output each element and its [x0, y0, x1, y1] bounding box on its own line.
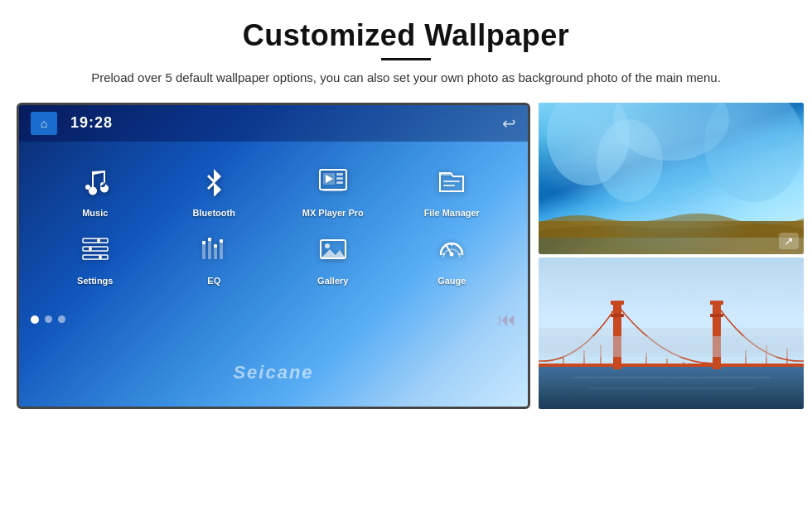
- svg-rect-20: [208, 239, 211, 259]
- ice-cave-preview: ↗: [539, 103, 804, 254]
- home-button[interactable]: ⌂: [31, 112, 57, 135]
- app-item-settings[interactable]: Settings: [36, 226, 155, 294]
- app-label-gauge: Gauge: [437, 276, 466, 286]
- svg-rect-40: [539, 365, 804, 409]
- content-row: ⌂ 19:28 ↩ Music: [8, 103, 804, 409]
- svg-rect-45: [611, 314, 624, 317]
- svg-rect-43: [611, 301, 624, 305]
- svg-point-34: [547, 103, 630, 185]
- svg-rect-10: [83, 247, 108, 251]
- eq-icon: [199, 234, 229, 271]
- dot-1[interactable]: [31, 315, 39, 324]
- svg-rect-46: [710, 314, 723, 317]
- car-screen: ⌂ 19:28 ↩ Music: [17, 103, 530, 409]
- app-label-bluetooth: Bluetooth: [193, 208, 235, 218]
- app-label-settings: Settings: [77, 276, 113, 286]
- svg-rect-5: [336, 181, 343, 184]
- svg-point-36: [704, 103, 804, 202]
- ice-svg: [539, 103, 804, 254]
- svg-rect-8: [443, 185, 455, 186]
- mxplayer-icon: [318, 166, 348, 203]
- svg-point-35: [613, 103, 729, 161]
- svg-rect-4: [336, 177, 343, 180]
- svg-point-27: [325, 243, 330, 248]
- app-item-filemanager[interactable]: File Manager: [393, 158, 512, 226]
- time-display: 19:28: [70, 114, 113, 132]
- app-item-eq[interactable]: EQ: [155, 226, 274, 294]
- dot-3[interactable]: [58, 315, 65, 323]
- app-item-mxplayer[interactable]: MX Player Pro: [273, 158, 393, 226]
- bridge-preview: [539, 258, 804, 409]
- bottom-bar: ⏮: [19, 306, 528, 334]
- svg-rect-44: [710, 301, 723, 305]
- svg-point-37: [597, 119, 663, 202]
- filemanager-icon: [437, 166, 466, 203]
- svg-rect-7: [443, 181, 460, 182]
- app-label-mxplayer: MX Player Pro: [302, 208, 364, 218]
- bridge-svg: [539, 258, 804, 409]
- app-label-gallery: Gallery: [317, 276, 348, 286]
- title-underline: [381, 58, 431, 60]
- app-grid-row1: Music Bluetooth: [19, 142, 528, 302]
- music-icon: [80, 166, 110, 203]
- svg-rect-22: [214, 246, 217, 259]
- page-dots[interactable]: [31, 315, 65, 324]
- svg-rect-11: [83, 255, 108, 259]
- skip-back-icon[interactable]: ⏮: [498, 309, 516, 330]
- svg-rect-23: [214, 244, 217, 248]
- app-item-gauge[interactable]: Gauge: [393, 226, 512, 294]
- app-label-music: Music: [82, 208, 108, 218]
- page-title: Customized Wallpaper: [243, 18, 570, 53]
- back-icon[interactable]: ↩: [502, 113, 516, 133]
- svg-rect-9: [83, 238, 108, 243]
- page-subtitle: Preload over 5 default wallpaper options…: [91, 69, 721, 88]
- seicane-watermark: Seicane: [233, 362, 313, 383]
- dot-2[interactable]: [45, 315, 52, 323]
- svg-rect-24: [220, 241, 223, 259]
- bluetooth-icon: [199, 166, 229, 203]
- gauge-icon: [437, 234, 466, 271]
- svg-rect-18: [202, 243, 205, 259]
- svg-rect-21: [208, 238, 211, 241]
- svg-rect-47: [539, 364, 804, 367]
- status-bar: ⌂ 19:28 ↩: [19, 105, 528, 142]
- svg-point-30: [450, 252, 454, 256]
- svg-rect-3: [336, 173, 343, 176]
- svg-marker-28: [321, 249, 346, 258]
- app-label-filemanager: File Manager: [424, 208, 480, 218]
- gallery-icon: [318, 234, 348, 271]
- arrow-badge: ↗: [779, 233, 799, 249]
- settings-icon: [80, 234, 110, 271]
- app-item-music[interactable]: Music: [36, 158, 155, 226]
- svg-rect-6: [323, 190, 343, 191]
- car-screen-wrapper: ⌂ 19:28 ↩ Music: [8, 103, 539, 409]
- app-label-eq: EQ: [207, 276, 220, 286]
- app-item-bluetooth[interactable]: Bluetooth: [155, 158, 274, 226]
- svg-rect-25: [220, 239, 223, 243]
- right-images-panel: ↗: [539, 103, 804, 409]
- home-icon: ⌂: [41, 117, 47, 130]
- svg-rect-57: [539, 336, 804, 357]
- app-item-gallery[interactable]: Gallery: [273, 226, 393, 294]
- svg-rect-19: [202, 241, 205, 244]
- ice-shapes: [539, 103, 804, 221]
